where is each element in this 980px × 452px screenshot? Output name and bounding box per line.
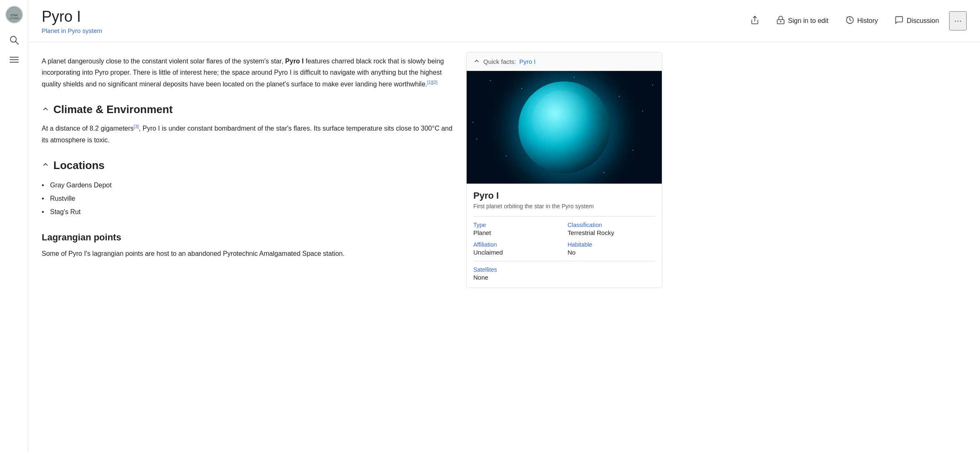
infobox-field-classification: Classification Terrestrial Rocky bbox=[568, 222, 655, 236]
section-lagrangian: Lagrangian points Some of Pyro I's lagra… bbox=[42, 232, 453, 259]
share-icon bbox=[750, 15, 759, 27]
infobox-value-habitable: No bbox=[568, 249, 655, 256]
svg-text:CITIZEN: CITIZEN bbox=[9, 17, 19, 20]
infobox-label-type: Type bbox=[473, 222, 561, 228]
intro-paragraph: A planet dangerously close to the consta… bbox=[42, 56, 453, 90]
infobox-body: Pyro I First planet orbiting the star in… bbox=[467, 184, 662, 288]
page-subtitle: Planet in Pyro system bbox=[42, 27, 102, 34]
infobox-value-type: Planet bbox=[473, 229, 561, 236]
infobox-field-satellites: Satellites None bbox=[473, 266, 655, 281]
chevron-up-icon bbox=[42, 105, 49, 114]
infobox-label-classification: Classification bbox=[568, 222, 655, 228]
infobox-title: Pyro I bbox=[473, 190, 655, 201]
quick-facts-label: Quick facts: bbox=[483, 58, 516, 65]
planet-image bbox=[467, 71, 662, 184]
section-locations-title: Locations bbox=[53, 159, 105, 172]
history-label: History bbox=[857, 17, 878, 25]
top-header: Pyro I Planet in Pyro system bbox=[28, 0, 980, 42]
intro-text-before-bold: A planet dangerously close to the consta… bbox=[42, 58, 285, 65]
infobox-value-affiliation: Unclaimed bbox=[473, 249, 561, 256]
infobox-label-habitable: Habitable bbox=[568, 241, 655, 248]
intro-bold-text: Pyro I bbox=[285, 58, 304, 65]
section-climate-header: Climate & Environment bbox=[42, 103, 453, 116]
infobox-fields-grid: Type Planet Classification Terrestrial R… bbox=[473, 222, 655, 256]
section-lagrangian-text: Some of Pyro I's lagrangian points are h… bbox=[42, 248, 453, 259]
svg-text:STAR: STAR bbox=[10, 14, 18, 17]
lock-icon bbox=[776, 15, 785, 27]
header-actions: Sign in to edit History bbox=[744, 11, 967, 30]
section-locations-header: Locations bbox=[42, 159, 453, 172]
section-climate: Climate & Environment At a distance of 8… bbox=[42, 103, 453, 146]
infobox-label-affiliation: Affiliation bbox=[473, 241, 561, 248]
svg-point-7 bbox=[780, 21, 781, 22]
discussion-label: Discussion bbox=[907, 17, 939, 25]
quick-facts-article-name[interactable]: Pyro I bbox=[519, 58, 535, 65]
sign-in-label: Sign in to edit bbox=[788, 17, 829, 25]
list-item: Stag's Rut bbox=[42, 205, 453, 219]
list-item: Rustville bbox=[42, 192, 453, 205]
main-wrapper: Pyro I Planet in Pyro system bbox=[28, 0, 980, 452]
quick-facts-chevron-icon bbox=[473, 58, 480, 66]
hamburger-menu-icon[interactable] bbox=[10, 57, 19, 63]
content-wrapper: A planet dangerously close to the consta… bbox=[28, 42, 980, 288]
discussion-button[interactable]: Discussion bbox=[888, 12, 945, 30]
section-lagrangian-title: Lagrangian points bbox=[42, 232, 453, 243]
planet-sphere bbox=[518, 81, 610, 173]
search-icon[interactable] bbox=[9, 35, 19, 45]
infobox-value-classification: Terrestrial Rocky bbox=[568, 229, 655, 236]
infobox-label-satellites: Satellites bbox=[473, 266, 655, 273]
discussion-icon bbox=[895, 15, 904, 27]
history-button[interactable]: History bbox=[839, 12, 885, 30]
more-button[interactable]: ··· bbox=[949, 11, 967, 30]
infobox-field-type: Type Planet bbox=[473, 222, 561, 236]
infobox-desc: First planet orbiting the star in the Py… bbox=[473, 203, 655, 210]
infobox-divider bbox=[473, 216, 655, 217]
section-climate-text: At a distance of 8.2 gigameters[3], Pyro… bbox=[42, 123, 453, 146]
quick-facts-panel: Quick facts: Pyro I bbox=[466, 52, 662, 288]
svg-line-4 bbox=[15, 42, 18, 45]
section-locations: Locations Gray Gardens Depot Rustville S… bbox=[42, 159, 453, 219]
sidebar: STAR CITIZEN bbox=[0, 0, 28, 452]
list-item: Gray Gardens Depot bbox=[42, 179, 453, 192]
infobox-value-satellites: None bbox=[473, 274, 655, 281]
infobox-divider-2 bbox=[473, 261, 655, 261]
quick-facts-header: Quick facts: Pyro I bbox=[467, 53, 662, 71]
more-label: ··· bbox=[954, 15, 962, 26]
sign-in-button[interactable]: Sign in to edit bbox=[769, 12, 835, 30]
section-climate-title: Climate & Environment bbox=[53, 103, 173, 116]
page-title-block: Pyro I Planet in Pyro system bbox=[42, 8, 102, 34]
main-content: A planet dangerously close to the consta… bbox=[28, 42, 466, 288]
share-button[interactable] bbox=[744, 12, 766, 30]
site-logo[interactable]: STAR CITIZEN bbox=[5, 6, 23, 23]
page-title: Pyro I bbox=[42, 8, 102, 25]
infobox-field-affiliation: Affiliation Unclaimed bbox=[473, 241, 561, 256]
locations-list: Gray Gardens Depot Rustville Stag's Rut bbox=[42, 179, 453, 219]
chevron-up-icon-2 bbox=[42, 161, 49, 170]
intro-citations: [1][2] bbox=[427, 80, 437, 85]
history-icon bbox=[845, 15, 854, 27]
infobox-field-habitable: Habitable No bbox=[568, 241, 655, 256]
